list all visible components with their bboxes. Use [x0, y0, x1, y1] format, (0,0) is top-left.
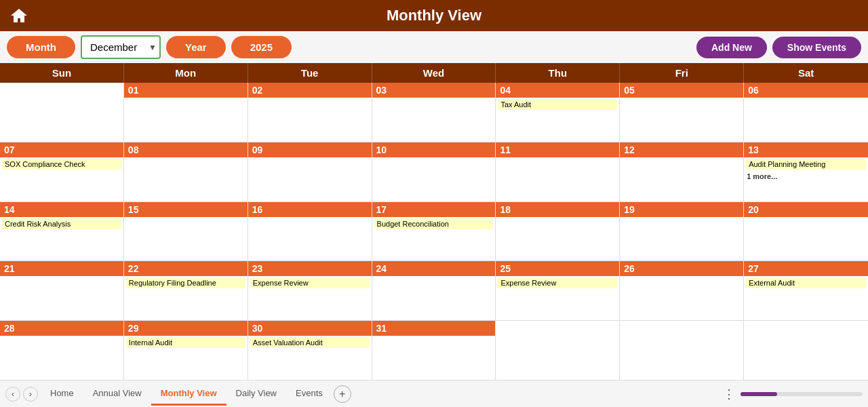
calendar-week-5: 2829Internal Audit30Asset Valuation Audi… — [0, 321, 868, 380]
calendar-cell-1-7[interactable]: 06 — [744, 83, 868, 142]
cell-date: 07 — [0, 142, 123, 157]
calendar-cell-3-7[interactable]: 20 — [744, 202, 868, 261]
day-header-tue: Tue — [248, 63, 372, 83]
tab-events[interactable]: Events — [286, 383, 332, 406]
event-item[interactable]: Internal Audit — [126, 337, 245, 348]
calendar-cell-4-6[interactable]: 26 — [620, 261, 744, 320]
calendar-cell-3-5[interactable]: 18 — [496, 202, 620, 261]
calendar-cell-5-2[interactable]: 29Internal Audit — [124, 321, 248, 380]
event-item[interactable]: Budget Reconciliation — [374, 218, 494, 229]
event-item[interactable]: 1 more... — [744, 171, 868, 182]
calendar-cell-2-1[interactable]: 07SOX Compliance Check — [0, 142, 124, 201]
cell-date: 13 — [744, 142, 868, 157]
event-item[interactable]: Credit Risk Analysis — [2, 218, 121, 229]
cell-date: 22 — [124, 261, 248, 276]
calendar-cell-4-4[interactable]: 24 — [372, 261, 496, 320]
calendar-cell-4-1[interactable]: 21 — [0, 261, 124, 320]
calendar-week-2: 07SOX Compliance Check080910111213Audit … — [0, 142, 868, 202]
cell-date: 12 — [620, 142, 743, 157]
calendar-cell-1-3[interactable]: 02 — [248, 83, 372, 142]
cell-date: 09 — [248, 142, 372, 157]
day-header-sun: Sun — [0, 63, 124, 83]
calendar-cell-5-3[interactable]: 30Asset Valuation Audit — [248, 321, 372, 380]
calendar-cell-5-5[interactable]: . — [496, 321, 620, 380]
tab-annual-view[interactable]: Annual View — [83, 383, 151, 406]
event-item[interactable]: External Audit — [746, 277, 866, 288]
event-item[interactable]: Audit Planning Meeting — [746, 159, 866, 170]
day-header-thu: Thu — [496, 63, 620, 83]
event-item[interactable]: Expense Review — [498, 277, 617, 288]
calendar-week-3: 14Credit Risk Analysis151617Budget Recon… — [0, 202, 868, 262]
event-item[interactable]: Expense Review — [250, 277, 370, 288]
calendar-week-4: 2122Regulatory Filing Deadline23Expense … — [0, 261, 868, 321]
cell-date: 17 — [372, 202, 496, 217]
calendar-cell-1-4[interactable]: 03 — [372, 83, 496, 142]
add-new-button[interactable]: Add New — [696, 37, 767, 58]
calendar-cell-1-1[interactable]: . — [0, 83, 124, 142]
calendar-cell-1-6[interactable]: 05 — [620, 83, 744, 142]
calendar: Sun Mon Tue Wed Thu Fri Sat .01020304Tax… — [0, 63, 868, 380]
toolbar: Month December JanuaryFebruaryMarch Apri… — [0, 31, 868, 63]
calendar-week-1: .01020304Tax Audit0506 — [0, 83, 868, 142]
calendar-cell-2-4[interactable]: 10 — [372, 142, 496, 201]
calendar-cell-4-2[interactable]: 22Regulatory Filing Deadline — [124, 261, 248, 320]
calendar-cell-5-6[interactable]: . — [620, 321, 744, 380]
zoom-bar[interactable] — [741, 392, 863, 396]
calendar-cell-5-4[interactable]: 31 — [372, 321, 496, 380]
tab-forward-button[interactable]: › — [23, 387, 38, 402]
day-header-fri: Fri — [620, 63, 744, 83]
tab-monthly-view[interactable]: Monthly View — [151, 383, 226, 406]
calendar-cell-4-5[interactable]: 25Expense Review — [496, 261, 620, 320]
cell-date: 02 — [248, 83, 372, 98]
month-button[interactable]: Month — [7, 36, 75, 58]
cell-date: 03 — [372, 83, 496, 98]
calendar-cell-3-4[interactable]: 17Budget Reconciliation — [372, 202, 496, 261]
cell-date: 21 — [0, 261, 123, 276]
home-icon[interactable] — [9, 6, 28, 25]
calendar-cell-2-6[interactable]: 12 — [620, 142, 744, 201]
day-header-wed: Wed — [372, 63, 496, 83]
cell-date: 24 — [372, 261, 496, 276]
month-select-wrap: December JanuaryFebruaryMarch AprilMayJu… — [81, 35, 161, 59]
tab-back-button[interactable]: ‹ — [5, 387, 20, 402]
event-item[interactable]: Tax Audit — [498, 99, 617, 110]
cell-date: 06 — [744, 83, 868, 98]
calendar-cell-4-7[interactable]: 27External Audit — [744, 261, 868, 320]
cell-date: . — [744, 321, 868, 336]
event-item[interactable]: Asset Valuation Audit — [250, 337, 370, 348]
calendar-cell-2-2[interactable]: 08 — [124, 142, 248, 201]
app-header: Monthly View — [0, 0, 868, 31]
calendar-cell-3-1[interactable]: 14Credit Risk Analysis — [0, 202, 124, 261]
show-events-button[interactable]: Show Events — [772, 37, 861, 58]
calendar-cell-1-2[interactable]: 01 — [124, 83, 248, 142]
tab-home[interactable]: Home — [41, 383, 83, 406]
month-select[interactable]: December JanuaryFebruaryMarch AprilMayJu… — [81, 35, 161, 59]
cell-date: 05 — [620, 83, 743, 98]
cell-date: 04 — [496, 83, 619, 98]
calendar-cell-5-1[interactable]: 28 — [0, 321, 124, 380]
cell-date: 19 — [620, 202, 743, 217]
zoom-bar-fill — [741, 392, 777, 396]
calendar-cell-5-7[interactable]: . — [744, 321, 868, 380]
add-tab-button[interactable]: + — [334, 385, 351, 403]
cell-date: . — [496, 321, 619, 336]
cell-date: 11 — [496, 142, 619, 157]
calendar-cell-3-2[interactable]: 15 — [124, 202, 248, 261]
calendar-cell-4-3[interactable]: 23Expense Review — [248, 261, 372, 320]
cell-date: 15 — [124, 202, 248, 217]
cell-date: 18 — [496, 202, 619, 217]
event-item[interactable]: SOX Compliance Check — [2, 159, 121, 170]
calendar-cell-2-3[interactable]: 09 — [248, 142, 372, 201]
tab-daily-view[interactable]: Daily View — [226, 383, 286, 406]
calendar-cell-2-5[interactable]: 11 — [496, 142, 620, 201]
calendar-cell-3-6[interactable]: 19 — [620, 202, 744, 261]
event-item[interactable]: Regulatory Filing Deadline — [126, 277, 245, 288]
cell-date: 31 — [372, 321, 496, 336]
calendar-cell-2-7[interactable]: 13Audit Planning Meeting1 more... — [744, 142, 868, 201]
tab-more-button[interactable]: ⋮ — [717, 387, 741, 402]
calendar-cell-3-3[interactable]: 16 — [248, 202, 372, 261]
day-header-mon: Mon — [124, 63, 248, 83]
calendar-cell-1-5[interactable]: 04Tax Audit — [496, 83, 620, 142]
cell-date: 10 — [372, 142, 496, 157]
cell-date: 26 — [620, 261, 743, 276]
